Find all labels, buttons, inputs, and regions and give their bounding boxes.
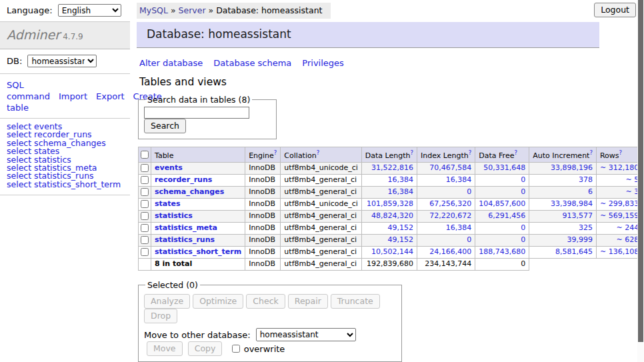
selected-legend: Selected (0) bbox=[145, 280, 200, 290]
column-header-label: Auto Increment bbox=[533, 151, 589, 160]
data-length-link[interactable]: 101,859,328 bbox=[367, 199, 413, 208]
table-name-link[interactable]: statistics bbox=[155, 211, 193, 220]
table-name-link[interactable]: schema_changes bbox=[155, 187, 224, 196]
auto-increment-link[interactable]: 33,398,984 bbox=[551, 199, 593, 208]
app-logo[interactable]: Adminer bbox=[7, 27, 60, 42]
column-help-link[interactable]: ? bbox=[514, 149, 517, 156]
search-input[interactable] bbox=[144, 107, 249, 119]
data-free-link[interactable]: 50,331,648 bbox=[483, 163, 525, 172]
data-length-cell: 48,824,320 bbox=[361, 210, 417, 222]
engine-cell: InnoDB bbox=[245, 222, 281, 234]
table-name-link[interactable]: statistics_meta bbox=[155, 223, 217, 232]
row-checkbox[interactable] bbox=[141, 164, 149, 172]
auto-increment-link[interactable]: 325 bbox=[579, 223, 593, 232]
row-checkbox[interactable] bbox=[141, 176, 149, 184]
data-free-link[interactable]: 0 bbox=[521, 235, 525, 244]
row-checkbox[interactable] bbox=[141, 188, 149, 196]
sidebar-action-link[interactable]: Export bbox=[96, 91, 125, 101]
column-header: Index Length? bbox=[417, 147, 475, 163]
index-length-link[interactable]: 70,467,584 bbox=[429, 163, 471, 172]
column-help-link[interactable]: ? bbox=[411, 149, 414, 156]
column-help-link[interactable]: ? bbox=[619, 149, 623, 156]
rows-count-link[interactable]: ~ 312,180 bbox=[600, 163, 639, 172]
data-free-link[interactable]: 6,291,456 bbox=[488, 211, 525, 220]
row-checkbox[interactable] bbox=[141, 224, 149, 232]
auto-increment-link[interactable]: 8,581,645 bbox=[555, 247, 593, 256]
data-length-link[interactable]: 16,384 bbox=[388, 187, 414, 196]
page-title: Database: homeassistant bbox=[137, 22, 599, 48]
table-name-link[interactable]: states bbox=[155, 199, 181, 208]
row-checkbox[interactable] bbox=[141, 236, 149, 244]
app-version[interactable]: 4.7.9 bbox=[63, 32, 83, 41]
sidebar-action-link[interactable]: Import bbox=[59, 91, 87, 101]
search-button[interactable]: Search bbox=[144, 119, 186, 133]
data-free-cell: 0 bbox=[475, 222, 529, 234]
rows-count-link[interactable]: ~ 569,159 bbox=[600, 211, 639, 220]
db-select[interactable]: homeassistant bbox=[27, 55, 97, 67]
table-name-link[interactable]: statistics_runs bbox=[155, 235, 215, 244]
sidebar-select-table-link[interactable]: select statistics_short_term bbox=[7, 181, 123, 189]
data-length-cell: 31,522,816 bbox=[361, 162, 417, 174]
data-length-cell: 16,384 bbox=[361, 174, 417, 186]
index-length-link[interactable]: 16,384 bbox=[446, 175, 472, 184]
rows-count-link[interactable]: ~ 244 bbox=[616, 223, 639, 232]
data-length-link[interactable]: 31,522,816 bbox=[371, 163, 413, 172]
row-checkbox[interactable] bbox=[141, 200, 149, 208]
page-scrollbar[interactable] bbox=[637, 0, 644, 362]
index-length-link[interactable]: 0 bbox=[467, 187, 471, 196]
data-length-link[interactable]: 10,502,144 bbox=[371, 247, 413, 256]
table-name-link[interactable]: statistics_short_term bbox=[155, 247, 241, 256]
database-nav-link[interactable]: Database schema bbox=[213, 58, 291, 68]
auto-increment-link[interactable]: 39,999 bbox=[567, 235, 593, 244]
select-all-checkbox[interactable] bbox=[141, 151, 149, 159]
data-length-link[interactable]: 49,152 bbox=[388, 235, 414, 244]
database-nav-link[interactable]: Privileges bbox=[302, 58, 344, 68]
total-data-free: 0 bbox=[475, 258, 529, 270]
breadcrumb-mysql-link[interactable]: MySQL bbox=[139, 5, 168, 15]
rows-count-link[interactable]: ~ 299,833 bbox=[600, 199, 639, 208]
data-free-link[interactable]: 104,857,600 bbox=[479, 199, 525, 208]
column-help-link[interactable]: ? bbox=[317, 149, 320, 156]
index-length-link[interactable]: 67,256,320 bbox=[429, 199, 471, 208]
data-length-link[interactable]: 48,824,320 bbox=[371, 211, 413, 220]
engine-cell: InnoDB bbox=[245, 210, 281, 222]
data-free-link[interactable]: 0 bbox=[521, 175, 525, 184]
auto-increment-link[interactable]: 6 bbox=[588, 187, 593, 196]
auto-increment-link[interactable]: 33,898,196 bbox=[551, 163, 593, 172]
database-nav-link[interactable]: Alter database bbox=[139, 58, 203, 68]
data-length-link[interactable]: 49,152 bbox=[388, 223, 414, 232]
column-help-link[interactable]: ? bbox=[274, 149, 277, 156]
breadcrumb-current: Database: homeassistant bbox=[216, 5, 322, 15]
move-db-select[interactable]: homeassistant bbox=[256, 328, 356, 341]
auto-increment-link[interactable]: 378 bbox=[579, 175, 593, 184]
data-free-cell: 188,743,680 bbox=[475, 246, 529, 258]
data-free-link[interactable]: 0 bbox=[521, 223, 525, 232]
column-help-link[interactable]: ? bbox=[589, 149, 593, 156]
index-length-link[interactable]: 0 bbox=[467, 235, 471, 244]
index-length-link[interactable]: 24,166,400 bbox=[429, 247, 471, 256]
engine-cell: InnoDB bbox=[245, 246, 281, 258]
table-row: statistics InnoDB utf8mb4_general_ci 48,… bbox=[139, 210, 644, 222]
rows-count-link[interactable]: ~ 628 bbox=[616, 235, 639, 244]
breadcrumb-server-link[interactable]: Server bbox=[179, 5, 206, 15]
table-name-link[interactable]: events bbox=[155, 163, 183, 172]
row-checkbox[interactable] bbox=[141, 212, 149, 220]
index-length-link[interactable]: 72,220,672 bbox=[429, 211, 471, 220]
data-free-link[interactable]: 0 bbox=[521, 187, 525, 196]
data-length-cell: 49,152 bbox=[361, 234, 417, 246]
sidebar-action-link[interactable]: SQL command bbox=[7, 80, 50, 101]
data-length-cell: 10,502,144 bbox=[361, 246, 417, 258]
language-select[interactable]: English bbox=[58, 4, 121, 17]
scrollbar-thumb[interactable] bbox=[638, 0, 643, 342]
data-length-link[interactable]: 16,384 bbox=[388, 175, 414, 184]
rows-count-link[interactable]: ~ 136,108 bbox=[600, 247, 639, 256]
row-checkbox[interactable] bbox=[141, 248, 149, 256]
table-name-link[interactable]: recorder_runs bbox=[155, 175, 212, 184]
auto-increment-link[interactable]: 913,577 bbox=[562, 211, 593, 220]
overwrite-checkbox[interactable] bbox=[232, 345, 240, 353]
overwrite-label[interactable]: overwrite bbox=[244, 343, 285, 353]
index-length-link[interactable]: 16,384 bbox=[446, 223, 472, 232]
data-free-link[interactable]: 188,743,680 bbox=[479, 247, 525, 256]
engine-cell: InnoDB bbox=[245, 234, 281, 246]
column-help-link[interactable]: ? bbox=[469, 149, 472, 156]
